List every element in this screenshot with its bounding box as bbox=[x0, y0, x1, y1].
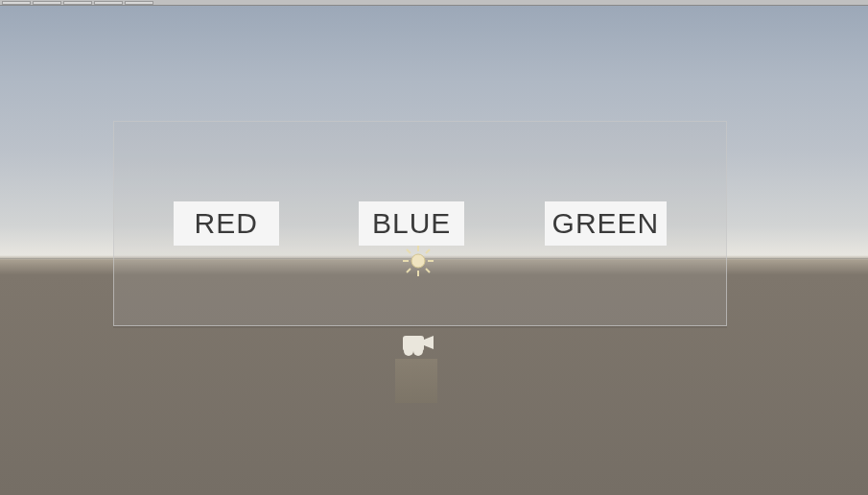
scene-viewport[interactable]: RED BLUE GREEN bbox=[0, 6, 868, 495]
canvas-outline-bottom bbox=[113, 326, 727, 328]
green-button[interactable]: GREEN bbox=[545, 201, 668, 246]
red-button[interactable]: RED bbox=[174, 201, 279, 246]
svg-point-11 bbox=[413, 346, 423, 356]
camera-icon[interactable] bbox=[399, 328, 435, 357]
svg-rect-9 bbox=[403, 336, 424, 351]
cube-object[interactable] bbox=[395, 359, 437, 403]
toolbar-button[interactable] bbox=[33, 1, 61, 5]
svg-point-10 bbox=[404, 346, 413, 356]
toolbar-button[interactable] bbox=[63, 1, 92, 5]
toolbar-button[interactable] bbox=[125, 1, 153, 5]
toolbar-button[interactable] bbox=[94, 1, 123, 5]
blue-button[interactable]: BLUE bbox=[359, 201, 464, 246]
ui-canvas[interactable]: RED BLUE GREEN bbox=[113, 121, 727, 326]
toolbar-button[interactable] bbox=[2, 1, 31, 5]
